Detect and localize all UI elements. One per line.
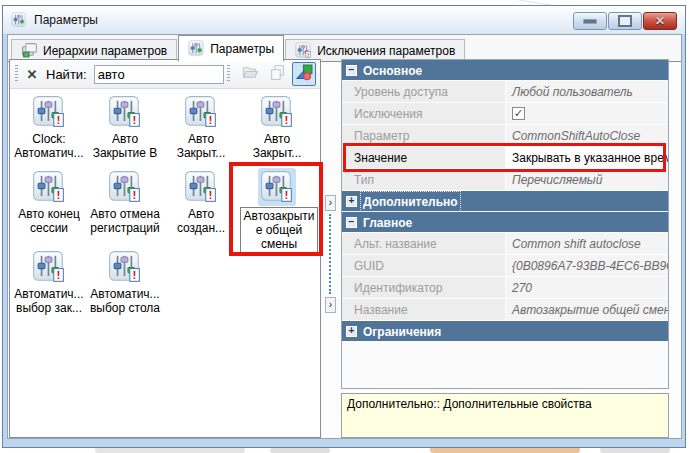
tab-parameter-exclusions[interactable]: ! Исключения параметров	[285, 39, 465, 61]
parameter-sliders-icon: !	[30, 168, 68, 206]
parameter-item-label: АвтоЗакрыт...	[164, 132, 238, 160]
maximize-icon	[618, 15, 632, 27]
parameter-item[interactable]: !АвтоЗакрыт...	[240, 93, 314, 160]
parameter-item[interactable]: !Автосоздан...	[164, 168, 238, 235]
svg-text:!: !	[285, 188, 289, 201]
section-title: Ограничения	[363, 324, 441, 339]
svg-text:!: !	[57, 188, 61, 201]
expand-icon[interactable]: +	[346, 326, 357, 337]
parameter-item-label-line: Clock:	[12, 132, 86, 146]
collapse-icon[interactable]: −	[346, 65, 357, 76]
parameter-sliders-icon: !	[258, 168, 296, 206]
tab-label: Исключения параметров	[317, 44, 455, 58]
hierarchy-icon	[21, 42, 38, 59]
parameter-item-label-line: выбор стола	[88, 301, 162, 315]
toolbar-grip[interactable]	[227, 65, 230, 83]
expand-icon[interactable]: +	[346, 196, 357, 207]
property-row[interactable]: Идентификатор270	[342, 277, 668, 299]
parameter-item-label-line: Авто	[164, 207, 238, 221]
parameter-item-label-line: Закрытие В	[88, 146, 162, 160]
svg-text:!: !	[133, 268, 137, 281]
property-value: Автозакрытие общей смены	[506, 299, 668, 320]
tab-label: Параметры	[210, 42, 274, 56]
shapes-view-icon	[296, 64, 313, 84]
property-row[interactable]: Уровень доступаЛюбой пользователь	[342, 81, 668, 103]
property-row[interactable]: Альт. названиеCommon shift autoclose	[342, 233, 668, 255]
property-description-box: Дополнительно:: Дополнительные свойства	[341, 393, 669, 438]
parameter-item-label-line: регистраций	[88, 221, 162, 235]
sliders-warning-icon: !	[295, 42, 312, 59]
copy-icon	[269, 64, 286, 84]
section-title: Дополнительно	[363, 194, 458, 209]
section-title: Главное	[363, 215, 412, 230]
parameter-item-label-line: е общей	[242, 223, 316, 237]
property-row[interactable]: ПараметрCommonShiftAutoClose	[342, 125, 668, 147]
tab-parameters[interactable]: Параметры	[178, 35, 284, 62]
parameter-item-label-line: Авто	[240, 132, 314, 146]
property-label: Параметр	[342, 125, 506, 146]
parameter-item[interactable]: !Авто конецсессии	[12, 168, 86, 235]
parameter-item-label-line: Закрыт...	[164, 146, 238, 160]
property-row[interactable]: GUID{0B0896A7-93BB-4EC6-BB9C-417	[342, 255, 668, 277]
clear-search-button[interactable]: ✕	[23, 67, 41, 82]
parameter-item[interactable]: !Clock:Автоматич...	[12, 93, 86, 160]
section-header-collapsed[interactable]: +Ограничения	[342, 321, 668, 341]
checkbox-checked[interactable]: ✓	[512, 107, 525, 120]
maximize-button[interactable]	[608, 12, 642, 30]
parameter-item[interactable]: !АвтоЗакрыт...	[164, 93, 238, 160]
svg-text:!: !	[307, 52, 309, 58]
splitter-collapse-arrow-icon[interactable]: ›	[325, 297, 336, 313]
panel-splitter[interactable]: › ›	[324, 59, 337, 438]
close-icon: ✕	[655, 15, 665, 27]
parameter-item[interactable]: !Автоматич...выбор стола	[88, 248, 162, 315]
view-mode-button[interactable]	[292, 62, 316, 86]
parameter-item-label-line: смены	[242, 237, 316, 251]
parameter-item-label-line: Авто отмена	[88, 207, 162, 221]
parameter-item-label-line: Автоматич...	[12, 287, 86, 301]
parameter-item-label: Автоматич...выбор зак...	[12, 287, 86, 315]
copy-button[interactable]	[265, 62, 289, 86]
parameter-item[interactable]: !Авто отменарегистраций	[88, 168, 162, 235]
property-row[interactable]: Исключения✓	[342, 103, 668, 125]
svg-text:!: !	[133, 113, 137, 126]
parameter-item-selected[interactable]: !Автозакрытие общейсмены	[240, 168, 314, 253]
close-button[interactable]: ✕	[643, 12, 677, 30]
property-label: Исключения	[342, 103, 506, 124]
tab-parameter-hierarchies[interactable]: Иерархии параметров	[11, 39, 177, 61]
parameter-sliders-icon: !	[182, 168, 220, 206]
property-value: CommonShiftAutoClose	[506, 125, 668, 146]
property-row[interactable]: НазваниеАвтозакрытие общей смены	[342, 299, 668, 321]
property-row[interactable]: ТипПеречисляемый	[342, 169, 668, 191]
parameter-item-label-line: Автозакрыти	[242, 209, 316, 223]
property-label: Значение	[342, 147, 506, 168]
property-value: Любой пользователь	[506, 81, 668, 102]
parameter-item[interactable]: !Автоматич...выбор зак...	[12, 248, 86, 315]
svg-text:!: !	[285, 113, 289, 126]
section-header-expanded[interactable]: −Главное	[342, 212, 668, 232]
parameter-item-label: Clock:Автоматич...	[12, 132, 86, 160]
section-header-expanded[interactable]: −Основное	[342, 60, 668, 80]
property-row[interactable]: ЗначениеЗакрывать в указанное время	[342, 147, 668, 169]
tab-label: Иерархии параметров	[43, 44, 167, 58]
parameter-item[interactable]: !АвтоЗакрытие В	[88, 93, 162, 160]
splitter-collapse-arrow-icon[interactable]: ›	[325, 195, 336, 211]
parameter-item-label-line: Автоматич...	[12, 146, 86, 160]
property-value[interactable]: Закрывать в указанное время	[506, 147, 668, 168]
property-label: Тип	[342, 169, 506, 190]
sliders-icon	[188, 40, 205, 57]
folder-open-icon	[242, 64, 259, 84]
search-input[interactable]	[94, 65, 224, 84]
section-header-collapsed[interactable]: +Дополнительно	[342, 191, 668, 211]
parameter-sliders-icon: !	[106, 168, 144, 206]
property-value: Перечисляемый	[506, 169, 668, 190]
svg-text:!: !	[57, 113, 61, 126]
open-button[interactable]	[238, 62, 262, 86]
parameter-item-label: Автозакрытие общейсмены	[240, 207, 318, 253]
property-value[interactable]: ✓	[506, 103, 668, 124]
minimize-button[interactable]	[573, 12, 607, 30]
property-label: Название	[342, 299, 506, 320]
parameters-icon-list: !Clock:Автоматич...!АвтоЗакрытие В!АвтоЗ…	[10, 89, 320, 437]
toolbar-grip[interactable]	[15, 65, 18, 83]
collapse-icon[interactable]: −	[346, 217, 357, 228]
parameter-sliders-icon: !	[30, 248, 68, 286]
